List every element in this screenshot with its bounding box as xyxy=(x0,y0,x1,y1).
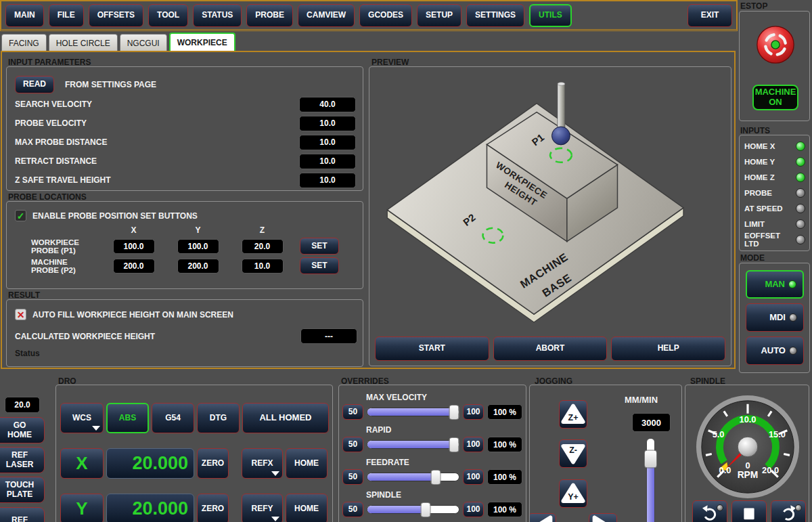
menu-setup[interactable]: SETUP xyxy=(417,4,461,27)
rapid-max-button[interactable]: 100 xyxy=(463,437,484,452)
max-velocity-slider[interactable] xyxy=(367,408,459,416)
abort-button[interactable]: ABORT xyxy=(493,336,608,361)
p1-set-button[interactable]: SET xyxy=(300,238,339,255)
menu-status[interactable]: STATUS xyxy=(193,4,242,27)
machine-probe-row: MACHINE PROBE (P2) 200.0 200.0 10.0 SET xyxy=(7,257,363,274)
jog-y-plus-button[interactable]: Y+ xyxy=(559,479,587,508)
exit-button[interactable]: EXIT xyxy=(687,4,732,27)
field-retract-distance: RETRACT DISTANCE 10.0 xyxy=(7,152,363,171)
p2-z-value[interactable]: 10.0 xyxy=(242,259,284,274)
x-axis-button[interactable]: X xyxy=(60,448,104,479)
tab-workpiece[interactable]: WORKPIECE xyxy=(169,32,235,51)
tab-facing[interactable]: FACING xyxy=(1,34,47,51)
input-at-speed: AT SPEED xyxy=(740,200,809,216)
menu-tool[interactable]: TOOL xyxy=(148,4,188,27)
spindle-slider[interactable] xyxy=(367,505,459,514)
p2-set-button[interactable]: SET xyxy=(300,257,339,274)
input-label: AT SPEED xyxy=(744,204,783,213)
estop-button-icon[interactable] xyxy=(752,21,799,68)
svg-text:Z-: Z- xyxy=(569,445,577,455)
menu-main[interactable]: MAIN xyxy=(5,4,44,27)
jog-rate-slider[interactable] xyxy=(646,438,655,522)
x-zero-button[interactable]: ZERO xyxy=(197,448,229,479)
tab-hole-circle[interactable]: HOLE CIRCLE xyxy=(49,34,118,51)
max-probe-distance-value[interactable]: 10.0 xyxy=(299,135,356,150)
label: HOME xyxy=(7,431,32,439)
dro-top-row: WCS ABS G54 DTG ALL HOMED xyxy=(60,403,329,433)
probe-velocity-value[interactable]: 10.0 xyxy=(299,116,356,131)
feedrate-min-button[interactable]: 50 xyxy=(342,469,363,485)
spindle-reverse-button[interactable] xyxy=(692,500,727,522)
ref-laser-button[interactable]: REF LASER xyxy=(0,447,45,473)
right-sidebar: ESTOP MACHINE ON INPUTS HOME X HOME Y xyxy=(738,0,812,374)
slider-handle[interactable] xyxy=(421,502,431,517)
menu-utils[interactable]: UTILS xyxy=(529,4,572,27)
tab-ngcgui[interactable]: NGCGUI xyxy=(120,34,167,51)
p2-y-value[interactable]: 200.0 xyxy=(177,259,219,274)
col-x: X xyxy=(102,225,166,235)
spindle-max-button[interactable]: 100 xyxy=(463,502,484,517)
x-home-button[interactable]: HOME xyxy=(286,448,328,479)
jog-z-plus-button[interactable]: Z+ xyxy=(559,400,587,429)
machine-on-button[interactable]: MACHINE ON xyxy=(752,85,798,110)
abs-button[interactable]: ABS xyxy=(106,403,149,433)
max-velocity-min-button[interactable]: 50 xyxy=(342,404,363,420)
autofill-checkbox[interactable]: ✕ xyxy=(15,309,26,320)
read-button[interactable]: READ xyxy=(15,76,54,93)
slider-fill xyxy=(367,441,454,448)
slider-handle[interactable] xyxy=(449,437,459,452)
enable-set-buttons-label: ENABLE PROBE POSITION SET BUTTONS xyxy=(32,211,198,221)
p1-z-value[interactable]: 20.0 xyxy=(242,239,284,254)
enable-set-buttons-checkbox[interactable]: ✓ xyxy=(15,210,26,221)
spindle-forward-button[interactable] xyxy=(771,500,806,522)
menu-settings[interactable]: SETTINGS xyxy=(466,4,524,27)
menu-probe[interactable]: PROBE xyxy=(246,4,293,27)
input-eoffset-ltd: EOFFSET LTD xyxy=(740,232,809,247)
max-velocity-max-button[interactable]: 100 xyxy=(463,404,484,420)
search-velocity-value[interactable]: 40.0 xyxy=(299,97,356,112)
spindle-min-button[interactable]: 50 xyxy=(342,502,363,517)
spindle-stop-button[interactable] xyxy=(731,500,767,522)
go-home-button[interactable]: GO HOME xyxy=(0,417,45,443)
slider-handle[interactable] xyxy=(449,405,459,420)
help-button[interactable]: HELP xyxy=(611,336,725,361)
feedrate-slider[interactable] xyxy=(367,473,459,481)
feedrate-max-button[interactable]: 100 xyxy=(463,469,484,485)
mode-mdi-button[interactable]: MDI xyxy=(746,303,804,332)
jog-z-minus-button[interactable]: Z- xyxy=(559,439,587,468)
p2-x-value[interactable]: 200.0 xyxy=(113,259,155,274)
retract-distance-value[interactable]: 10.0 xyxy=(299,154,356,169)
row-label: WORKPIECE PROBE (P1) xyxy=(7,238,102,255)
gauge-value-label: 0 xyxy=(745,460,750,471)
wcs-dropdown[interactable]: WCS xyxy=(60,403,104,433)
y-ref-dropdown[interactable]: REFY xyxy=(242,494,283,522)
g54-button[interactable]: G54 xyxy=(152,403,194,433)
rapid-min-button[interactable]: 50 xyxy=(342,437,363,452)
menu-camview[interactable]: CAMVIEW xyxy=(298,4,355,27)
ref-button[interactable]: REF xyxy=(0,507,45,522)
menu-gcodes[interactable]: GCODES xyxy=(359,4,412,27)
y-axis-button[interactable]: Y xyxy=(60,494,104,522)
p1-x-value[interactable]: 100.0 xyxy=(113,239,155,254)
z-safe-travel-value[interactable]: 10.0 xyxy=(299,173,356,188)
arrow-right-icon: X+ xyxy=(590,515,616,522)
x-ref-dropdown[interactable]: REFX xyxy=(242,448,283,479)
slider-handle[interactable] xyxy=(431,470,441,485)
mode-man-button[interactable]: MAN xyxy=(746,270,804,299)
y-zero-button[interactable]: ZERO xyxy=(197,494,229,522)
rapid-slider[interactable] xyxy=(367,440,459,449)
menu-offsets[interactable]: OFFSETS xyxy=(89,4,143,27)
menu-file[interactable]: FILE xyxy=(49,4,84,27)
y-home-button[interactable]: HOME xyxy=(286,494,328,522)
mode-auto-button[interactable]: AUTO xyxy=(746,336,804,365)
jog-x-plus-button[interactable]: X+ xyxy=(589,513,617,522)
touch-plate-button[interactable]: TOUCH PLATE xyxy=(0,477,45,503)
jog-rate-value[interactable]: 3000 xyxy=(632,413,671,432)
dtg-button[interactable]: DTG xyxy=(197,403,240,433)
input-parameters-title: INPUT PARAMETERS xyxy=(8,58,91,67)
all-homed-button[interactable]: ALL HOMED xyxy=(242,403,329,433)
start-button[interactable]: START xyxy=(375,336,489,361)
jog-x-minus-button[interactable]: X- xyxy=(529,513,556,522)
p1-y-value[interactable]: 100.0 xyxy=(177,239,219,254)
slider-handle[interactable] xyxy=(644,450,657,469)
